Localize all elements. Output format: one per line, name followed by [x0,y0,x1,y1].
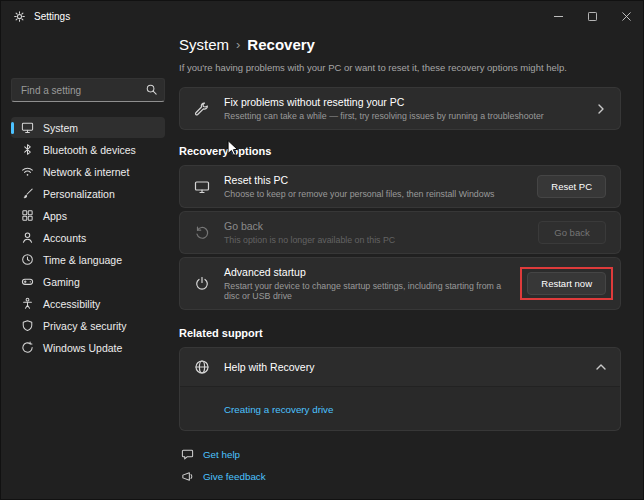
chat-bubble-icon [181,448,194,461]
sidebar-item-accessibility[interactable]: Accessibility [11,293,165,314]
selection-pill [11,122,14,134]
reset-pc-card: Reset this PC Choose to keep or remove y… [179,165,621,208]
main-content: System › Recovery If you're having probl… [179,31,621,499]
search-box [11,78,165,102]
sidebar: System Bluetooth & devices Network & int… [1,31,173,499]
sidebar-item-label: Personalization [43,188,115,200]
reset-pc-description: Choose to keep or remove your personal f… [224,189,523,199]
gamepad-icon [21,275,34,288]
titlebar: Settings [1,1,643,31]
breadcrumb-separator: › [236,37,240,52]
give-feedback-label: Give feedback [203,471,266,482]
chevron-right-icon [596,104,606,114]
go-back-title: Go back [224,220,524,232]
minimize-icon [554,12,563,21]
sidebar-item-label: Gaming [43,276,80,288]
sidebar-item-label: Time & language [43,254,122,266]
reset-pc-texts: Reset this PC Choose to keep or remove y… [224,174,523,199]
restart-now-button[interactable]: Restart now [527,272,606,295]
help-card-title: Help with Recovery [224,361,582,373]
minimize-button[interactable] [541,1,575,31]
feedback-megaphone-icon [181,470,194,483]
sidebar-item-time-language[interactable]: Time & language [11,249,165,270]
shield-icon [21,319,34,332]
sidebar-item-gaming[interactable]: Gaming [11,271,165,292]
sidebar-item-label: Apps [43,210,67,222]
help-card-texts: Help with Recovery [224,361,582,373]
search-icon [145,83,158,96]
go-back-description: This option is no longer available on th… [224,235,524,245]
sidebar-item-accounts[interactable]: Accounts [11,227,165,248]
recovery-options-heading: Recovery options [179,145,621,157]
reset-pc-button[interactable]: Reset PC [537,175,606,198]
troubleshoot-card[interactable]: Fix problems without resetting your PC R… [179,87,621,130]
advanced-startup-card: Advanced startup Restart your device to … [179,257,621,310]
advanced-startup-title: Advanced startup [224,266,513,278]
sidebar-item-network-internet[interactable]: Network & internet [11,161,165,182]
sidebar-item-windows-update[interactable]: Windows Update [11,337,165,358]
related-support-heading: Related support [179,327,621,339]
sidebar-item-bluetooth-devices[interactable]: Bluetooth & devices [11,139,165,160]
update-refresh-icon [21,341,34,354]
chevron-up-icon [596,362,606,372]
clock-icon [21,253,34,266]
sidebar-item-privacy-security[interactable]: Privacy & security [11,315,165,336]
sidebar-item-label: Bluetooth & devices [43,144,136,156]
sidebar-item-label: Windows Update [43,342,122,354]
breadcrumb: System › Recovery [179,36,621,53]
brush-icon [21,187,34,200]
advanced-startup-description: Restart your device to change startup se… [224,281,513,301]
search-input[interactable] [11,78,165,102]
sidebar-item-label: Network & internet [43,166,129,178]
apps-grid-icon [21,209,34,222]
close-icon [622,12,631,21]
breadcrumb-system[interactable]: System [179,36,229,53]
sidebar-item-apps[interactable]: Apps [11,205,165,226]
monitor-icon [21,121,34,134]
troubleshoot-description: Resetting can take a while — first, try … [224,111,582,121]
wrench-icon [194,101,210,117]
page-subtitle: If you're having problems with your PC o… [179,62,621,73]
sidebar-nav: System Bluetooth & devices Network & int… [11,117,165,358]
bluetooth-icon [21,143,34,156]
troubleshoot-title: Fix problems without resetting your PC [224,96,582,108]
go-back-card: Go back This option is no longer availab… [179,211,621,254]
help-card-header[interactable]: Help with Recovery [180,348,620,386]
wifi-icon [21,165,34,178]
sidebar-item-label: System [43,122,78,134]
power-restart-icon [194,276,210,292]
recovery-drive-link[interactable]: Creating a recovery drive [224,404,333,415]
close-button[interactable] [609,1,643,31]
troubleshoot-texts: Fix problems without resetting your PC R… [224,96,582,121]
restart-now-wrap: Restart now [527,272,606,295]
window-title: Settings [34,11,70,22]
globe-help-icon [194,359,210,375]
give-feedback-link[interactable]: Give feedback [181,470,621,483]
person-icon [21,231,34,244]
go-back-icon [194,225,210,241]
sidebar-item-label: Accounts [43,232,86,244]
sidebar-item-label: Accessibility [43,298,100,310]
help-card-body: Creating a recovery drive [180,386,620,430]
get-help-link[interactable]: Get help [181,448,621,461]
maximize-button[interactable] [575,1,609,31]
reset-pc-title: Reset this PC [224,174,523,186]
go-back-button: Go back [538,221,606,244]
go-back-texts: Go back This option is no longer availab… [224,220,524,245]
recovery-options-list: Reset this PC Choose to keep or remove y… [179,165,621,310]
page-title: Recovery [247,36,315,53]
sidebar-item-label: Privacy & security [43,320,126,332]
sidebar-item-personalization[interactable]: Personalization [11,183,165,204]
advanced-startup-texts: Advanced startup Restart your device to … [224,266,513,301]
sidebar-item-system[interactable]: System [11,117,165,138]
caption-controls [541,1,643,31]
get-help-label: Get help [203,449,240,460]
help-with-recovery-card: Help with Recovery Creating a recovery d… [179,347,621,431]
settings-window: { "window": { "title": "Settings" }, "si… [0,0,644,500]
footer-links: Get help Give feedback [179,448,621,483]
reset-pc-icon [194,179,210,195]
maximize-icon [588,12,597,21]
accessibility-person-icon [21,297,34,310]
settings-gear-icon [13,10,26,23]
